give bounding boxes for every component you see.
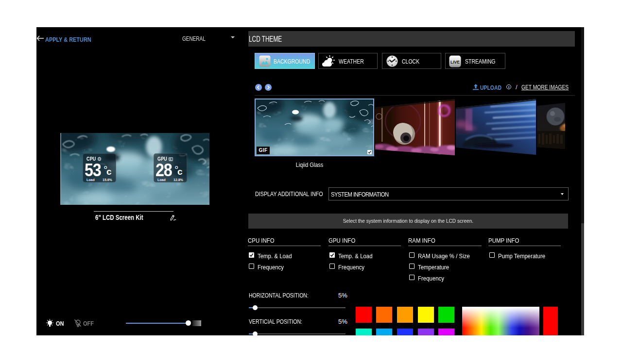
- svg-text:LIVE: LIVE: [450, 60, 460, 65]
